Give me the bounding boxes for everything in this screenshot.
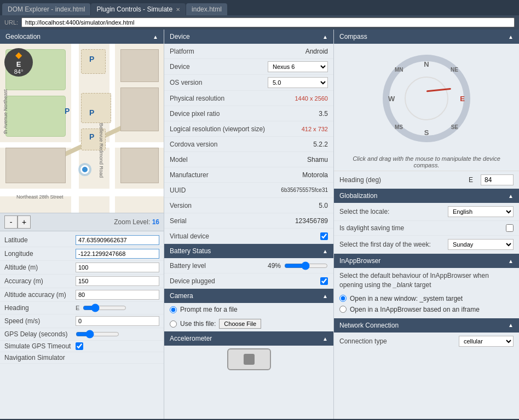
battery-header[interactable]: Battery Status ▲ xyxy=(164,244,333,258)
heading-row-compass: Heading (deg) E xyxy=(334,171,519,189)
locale-select[interactable]: English Spanish French xyxy=(448,206,514,217)
camera-file-row: Use this file: Choose File xyxy=(164,316,333,331)
gps-delay-slider[interactable] xyxy=(76,330,119,339)
compass-header[interactable]: Compass ▲ xyxy=(334,30,519,44)
device-plugged-checkbox[interactable] xyxy=(320,277,328,285)
globalization-chevron-icon: ▲ xyxy=(508,193,514,199)
zoom-value: 16 xyxy=(152,218,159,226)
compass-section: Compass ▲ N S E W NE SE MS MN Click and … xyxy=(334,30,519,189)
tab-close-icon[interactable]: ✕ xyxy=(176,7,180,13)
camera-section: Camera ▲ Prompt me for a file Use this f… xyxy=(164,289,333,331)
heading-row: Heading E xyxy=(0,302,164,314)
iab-description: Select the default behaviour of InAppBro… xyxy=(339,271,514,290)
battery-slider[interactable] xyxy=(284,261,328,270)
device-row-device: Device Nexus 6 Nexus 5 Galaxy S6 xyxy=(164,59,333,75)
logical-res-row: Logical resolution (viewport size) 412 x… xyxy=(164,121,333,137)
middle-panel: Device ▲ Platform Android Device Nexus 6… xyxy=(164,30,334,419)
latitude-input[interactable] xyxy=(76,235,159,245)
geo-map[interactable]: P P P P th Avenue Northeast Northeast 28… xyxy=(0,44,164,213)
compass-hint: Click and drag with the mouse to manipul… xyxy=(334,153,519,171)
altitude-input[interactable] xyxy=(76,262,159,272)
virtual-device-checkbox[interactable] xyxy=(320,232,328,240)
url-input[interactable] xyxy=(21,18,515,27)
altitude-accuracy-input[interactable] xyxy=(76,290,159,300)
speed-input[interactable] xyxy=(76,316,159,326)
device-select[interactable]: Nexus 6 Nexus 5 Galaxy S6 xyxy=(268,61,328,72)
daylight-checkbox[interactable] xyxy=(506,224,514,232)
inapp-iframe-radio[interactable] xyxy=(339,306,347,313)
network-chevron-icon: ▲ xyxy=(508,322,514,328)
battery-level-row: Battery level 49% xyxy=(164,258,333,273)
network-header[interactable]: Network Connection ▲ xyxy=(334,318,519,332)
serial-row: Serial 123456789 xyxy=(164,213,333,229)
longitude-input[interactable] xyxy=(76,249,159,259)
compass-circle[interactable]: N S E W NE SE MS MN xyxy=(383,55,470,142)
zoom-minus-button[interactable]: - xyxy=(4,215,18,229)
location-dot xyxy=(80,165,89,174)
accuracy-row: Accuracy (m) xyxy=(0,275,164,288)
compass-inner xyxy=(405,77,448,120)
connection-type-select[interactable]: cellular wifi ethernet none unknown xyxy=(459,336,514,347)
accelerometer-header[interactable]: Accelerometer ▲ xyxy=(164,331,333,346)
globalization-section: Globalization ▲ Select the locale: Engli… xyxy=(334,189,519,254)
choose-file-button[interactable]: Choose File xyxy=(219,319,261,329)
compass-widget[interactable]: N S E W NE SE MS MN xyxy=(334,44,519,153)
tab-index[interactable]: index.html xyxy=(186,3,227,15)
inapp-opt2-row: Open in a InAppBrowser based on an ifram… xyxy=(339,304,514,315)
main-content: Geolocation ▲ xyxy=(0,30,519,419)
simulate-timeout-checkbox[interactable] xyxy=(76,342,83,350)
platform-row: Platform Android xyxy=(164,44,333,59)
version-row: Version 5.0 xyxy=(164,198,333,213)
os-select[interactable]: 5.0 4.4 6.0 xyxy=(268,77,328,88)
longitude-row: Longitude xyxy=(0,247,164,261)
uuid-row: UUID 6b356755575fce31 xyxy=(164,183,333,198)
address-bar: URL: xyxy=(0,15,519,30)
inapp-header[interactable]: InAppBrowser ▲ xyxy=(334,254,519,268)
inapp-section: InAppBrowser ▲ Select the default behavi… xyxy=(334,254,519,318)
accelerometer-section: Accelerometer ▲ xyxy=(164,331,333,373)
globalization-header[interactable]: Globalization ▲ xyxy=(334,189,519,203)
camera-header[interactable]: Camera ▲ xyxy=(164,289,333,303)
right-panel: Compass ▲ N S E W NE SE MS MN Click and … xyxy=(334,30,519,419)
inapp-chevron-icon: ▲ xyxy=(508,258,514,264)
battery-section: Battery Status ▲ Battery level 49% Devic… xyxy=(164,244,333,289)
locale-row: Select the locale: English Spanish Frenc… xyxy=(334,203,519,221)
physical-res-row: Physical resolution 1440 x 2560 xyxy=(164,91,333,106)
inapp-system-radio[interactable] xyxy=(339,295,347,302)
tab-bar: DOM Explorer - index.html Plugin Control… xyxy=(0,0,519,15)
first-day-row: Select the first day of the week: Sunday… xyxy=(334,236,519,254)
camera-prompt-radio[interactable] xyxy=(170,306,177,313)
tab-dom-explorer[interactable]: DOM Explorer - index.html xyxy=(2,3,90,15)
map-controls: - + Zoom Level: 16 xyxy=(0,213,164,231)
camera-prompt-row: Prompt me for a file xyxy=(164,303,333,316)
camera-file-radio[interactable] xyxy=(170,320,177,328)
geolocation-panel: Geolocation ▲ xyxy=(0,30,164,419)
network-section: Network Connection ▲ Connection type cel… xyxy=(334,318,519,350)
browser-chrome: DOM Explorer - index.html Plugin Control… xyxy=(0,0,519,30)
geolocation-chevron-icon: ▲ xyxy=(153,34,158,40)
inapp-opt1-row: Open in a new window: _system target xyxy=(339,293,514,304)
latitude-row: Latitude xyxy=(0,234,164,247)
model-row: Model Shamu xyxy=(164,152,333,167)
cordova-row: Cordova version 5.2.2 xyxy=(164,137,333,152)
zoom-plus-button[interactable]: + xyxy=(18,215,31,229)
heading-slider[interactable] xyxy=(83,304,126,312)
daylight-row: Is daylight saving time xyxy=(334,221,519,236)
battery-chevron-icon: ▲ xyxy=(322,248,328,254)
pixel-ratio-row: Device pixel ratio 3.5 xyxy=(164,106,333,121)
accelerometer-chevron-icon: ▲ xyxy=(322,336,328,342)
connection-type-row: Connection type cellular wifi ethernet n… xyxy=(334,332,519,350)
accelerometer-widget[interactable] xyxy=(227,348,271,370)
device-plugged-row: Device plugged xyxy=(164,273,333,289)
tab-plugin-controls[interactable]: Plugin Controls - Simulate ✕ xyxy=(91,3,186,15)
alt-accuracy-row: Altitude accuracy (m) xyxy=(0,288,164,302)
geolocation-header[interactable]: Geolocation ▲ xyxy=(0,30,164,44)
accuracy-input[interactable] xyxy=(76,276,159,286)
speed-row: Speed (m/s) xyxy=(0,314,164,328)
map-compass-badge: ◆ E 84° xyxy=(4,48,33,77)
gps-delay-row: GPS Delay (seconds) xyxy=(0,328,164,341)
compass-heading-input[interactable] xyxy=(481,174,514,185)
device-header[interactable]: Device ▲ xyxy=(164,30,333,44)
first-day-select[interactable]: Sunday Monday Saturday xyxy=(448,239,514,250)
compass-chevron-icon: ▲ xyxy=(508,34,514,40)
